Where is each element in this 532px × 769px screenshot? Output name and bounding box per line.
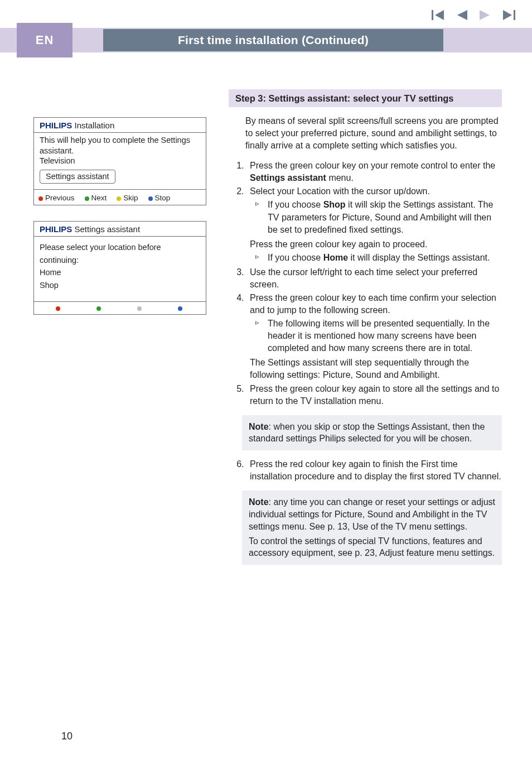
osd2-option-home[interactable]: Home [40, 266, 200, 278]
osd1-text: This will help you to complete the Setti… [40, 135, 200, 156]
blue-dot-icon [148, 196, 153, 201]
step-5: Press the green colour key again to stor… [246, 383, 502, 407]
page: EN First time installation (Continued) P… [0, 0, 532, 769]
foot-skip-label: Skip [123, 194, 138, 202]
nav-next-icon[interactable] [480, 10, 491, 20]
step-4-sub: The following items will be presented se… [254, 318, 502, 354]
language-tab: EN [17, 23, 72, 57]
right-column: Step 3: Settings assistant: select your … [229, 89, 502, 573]
svg-rect-0 [432, 10, 433, 20]
osd2-title: Settings assistant [72, 224, 140, 234]
osd1-header: PHILIPS Installation [34, 118, 206, 133]
foot-next-label: Next [91, 194, 107, 202]
svg-marker-3 [480, 10, 490, 20]
blue-dot-icon [178, 306, 182, 311]
step-1-text-b: menu. [326, 173, 354, 182]
osd1-footer: Previous Next Skip Stop [34, 189, 206, 205]
step-2: Select your Location with the cursor up/… [246, 185, 502, 263]
note2a-text: : any time you can change or reset your … [249, 497, 495, 531]
osd2-footer [34, 301, 206, 314]
brand-label: PHILIPS [40, 121, 72, 130]
step-1: Press the green colour key on your remot… [246, 160, 502, 184]
note2-bold: Note [249, 497, 269, 507]
red-dot-icon [56, 306, 60, 311]
step-1-text-a: Press the green colour key on your remot… [250, 161, 495, 170]
step-1-bold: Settings assistant [250, 173, 326, 182]
step-2-sublist2: If you choose Home it will display the S… [254, 252, 502, 264]
gray-dot-icon [137, 306, 142, 311]
step-4-text: Press the green colour key to each time … [250, 293, 496, 315]
foot-previous[interactable]: Previous [38, 194, 75, 202]
step-6: Press the red colour key again to finish… [246, 458, 502, 483]
sub-shop-bold: Shop [323, 200, 346, 209]
osd2-body: Please select your location before conti… [34, 237, 206, 301]
nav-prev-icon[interactable] [456, 10, 467, 20]
note1-bold: Note [249, 422, 269, 431]
svg-rect-5 [514, 10, 515, 20]
yellow-dot-icon [117, 196, 121, 201]
osd2-header: PHILIPS Settings assistant [34, 222, 206, 237]
sub-home-bold: Home [323, 253, 348, 262]
pdf-nav [432, 10, 515, 20]
instruction-list: Press the green colour key on your remot… [236, 160, 502, 407]
note2b-text: To control the settings of special TV fu… [249, 536, 495, 558]
green-dot-icon [96, 306, 101, 311]
instruction-list-cont: Press the red colour key again to finish… [236, 458, 502, 483]
note-box-2: Note: any time you can change or reset y… [242, 491, 502, 565]
step-4-after: The Settings assistant will step sequent… [250, 357, 502, 381]
step-2-text: Select your Location with the cursor up/… [250, 186, 430, 196]
left-column: PHILIPS Installation This will help you … [33, 117, 212, 330]
step-heading: Step 3: Settings assistant: select your … [229, 89, 502, 107]
svg-marker-2 [457, 10, 467, 20]
osd2-prompt: Please select your location before conti… [40, 241, 200, 266]
page-title: First time installation (Continued) [103, 29, 443, 51]
red-dot-icon [38, 196, 43, 201]
osd1-body: This will help you to complete the Setti… [34, 133, 206, 189]
step-2-sub-home: If you choose Home it will display the S… [254, 252, 502, 264]
nav-last-icon[interactable] [503, 10, 515, 20]
step-4-sublist: The following items will be presented se… [254, 318, 502, 354]
step-4: Press the green colour key to each time … [246, 292, 502, 382]
step-3: Use the cursor left/right to each time s… [246, 266, 502, 291]
note-box-1: Note: when you skip or stop the Settings… [242, 415, 502, 451]
osd1-title: Installation [72, 121, 114, 130]
osd2-option-shop[interactable]: Shop [40, 279, 200, 291]
page-number: 10 [61, 730, 72, 742]
osd-installation-panel: PHILIPS Installation This will help you … [33, 117, 206, 205]
foot-next[interactable]: Next [85, 194, 107, 202]
sub-home-b: it will display the Settings assistant. [348, 253, 490, 262]
svg-marker-1 [435, 10, 444, 20]
step-2-sublist: If you choose Shop it will skip the Sett… [254, 199, 502, 235]
note1-text: : when you skip or stop the Settings Ass… [249, 422, 485, 444]
sub-home-a: If you choose [268, 253, 323, 262]
settings-assistant-button[interactable]: Settings assistant [40, 170, 115, 184]
intro-paragraph: By means of several split screens/full s… [245, 115, 502, 152]
nav-first-icon[interactable] [432, 10, 444, 20]
foot-stop-label: Stop [155, 194, 171, 202]
foot-skip[interactable]: Skip [117, 194, 138, 202]
svg-marker-4 [503, 10, 512, 20]
sub-shop-a: If you choose [268, 200, 323, 209]
foot-stop[interactable]: Stop [148, 194, 171, 202]
osd-settings-assistant-panel: PHILIPS Settings assistant Please select… [33, 221, 206, 315]
osd1-television: Television [40, 156, 200, 166]
brand-label: PHILIPS [40, 224, 72, 234]
green-dot-icon [85, 196, 89, 201]
step-2-after: Press the green colour key again to proc… [250, 238, 502, 251]
foot-previous-label: Previous [45, 194, 75, 202]
step-2-sub-shop: If you choose Shop it will skip the Sett… [254, 199, 502, 235]
